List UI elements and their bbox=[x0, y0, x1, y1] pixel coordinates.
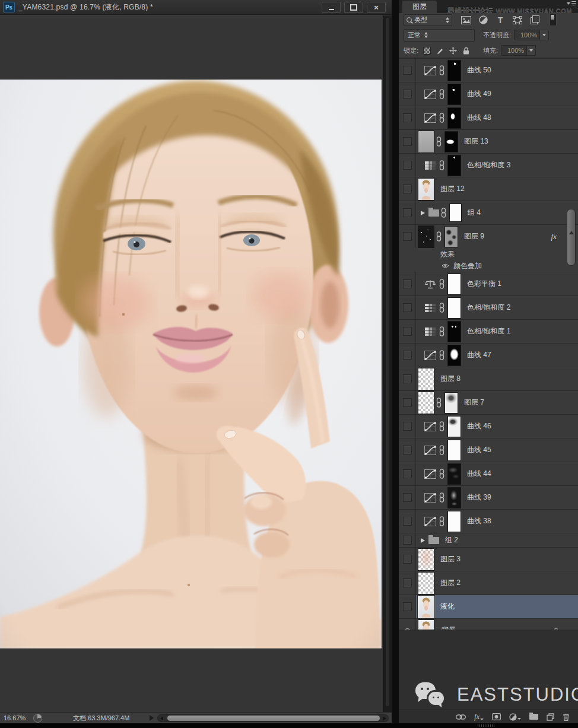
layer-visibility-cell[interactable] bbox=[399, 415, 416, 438]
layer-row-content[interactable]: 液化 bbox=[416, 595, 578, 618]
layer-thumbnail[interactable] bbox=[418, 131, 434, 153]
layer-row[interactable]: 曲线 45 bbox=[399, 438, 578, 462]
layer-mask-thumbnail[interactable] bbox=[447, 345, 461, 366]
visibility-checkbox[interactable] bbox=[403, 422, 412, 431]
layer-visibility-cell[interactable] bbox=[399, 595, 416, 618]
adjustment-filter-icon[interactable] bbox=[478, 15, 488, 25]
layer-row[interactable]: 曲线 39 bbox=[399, 486, 578, 509]
layer-row-content[interactable]: 图层 7 bbox=[416, 391, 578, 414]
layer-row[interactable]: 图层 12 bbox=[399, 177, 578, 201]
layer-row[interactable]: 色彩平衡 1 bbox=[399, 272, 578, 295]
minimize-button[interactable] bbox=[322, 2, 341, 13]
layer-row-content[interactable]: 曲线 39 bbox=[416, 486, 578, 509]
visibility-checkbox[interactable] bbox=[403, 517, 412, 526]
layer-visibility-cell[interactable] bbox=[399, 130, 416, 153]
curves-icon[interactable] bbox=[424, 66, 436, 75]
delete-layer-icon[interactable] bbox=[563, 713, 570, 721]
layer-row[interactable]: 图层 3 bbox=[399, 548, 578, 571]
visibility-checkbox[interactable] bbox=[403, 469, 412, 478]
layer-visibility-cell[interactable] bbox=[399, 201, 416, 224]
window-titlebar[interactable]: Ps _YAM6321.psd @ 16.7% (液化, RGB/8) * × bbox=[0, 0, 392, 15]
group-expand-arrow-icon[interactable] bbox=[421, 211, 425, 215]
layer-visibility-cell[interactable] bbox=[399, 344, 416, 367]
layer-visibility-cell[interactable] bbox=[399, 225, 416, 248]
layer-style-icon[interactable]: fx bbox=[474, 713, 484, 721]
visibility-checkbox[interactable] bbox=[403, 374, 412, 383]
visibility-checkbox[interactable] bbox=[403, 327, 412, 336]
layer-visibility-cell[interactable] bbox=[399, 106, 416, 129]
opacity-field[interactable]: 100% bbox=[514, 30, 540, 40]
layer-row-content[interactable]: 曲线 38 bbox=[416, 510, 578, 533]
layer-thumbnail[interactable] bbox=[418, 368, 434, 390]
blend-mode-dropdown[interactable]: 正常 bbox=[404, 29, 475, 42]
canvas-vertical-scrollbar[interactable] bbox=[383, 15, 392, 713]
layer-mask-thumbnail[interactable] bbox=[444, 131, 458, 152]
layer-mask-thumbnail[interactable] bbox=[447, 487, 461, 508]
layer-row[interactable]: 曲线 46 bbox=[399, 415, 578, 438]
layer-thumbnail[interactable] bbox=[418, 572, 434, 595]
panel-menu-icon[interactable] bbox=[567, 1, 576, 7]
layer-row[interactable]: 曲线 38 bbox=[399, 510, 578, 533]
curves-icon[interactable] bbox=[424, 422, 436, 431]
canvas-horizontal-scrollbar[interactable] bbox=[157, 714, 389, 722]
visibility-checkbox[interactable] bbox=[403, 185, 412, 193]
layer-thumbnail[interactable] bbox=[418, 548, 434, 571]
smartobject-filter-icon[interactable] bbox=[529, 15, 540, 25]
layer-row[interactable]: 色相/饱和度 1 bbox=[399, 320, 578, 343]
mask-link-chain-icon[interactable] bbox=[436, 231, 442, 241]
mask-link-chain-icon[interactable] bbox=[441, 208, 446, 218]
status-flyout-arrow-icon[interactable] bbox=[150, 715, 154, 721]
layer-mask-thumbnail[interactable] bbox=[447, 297, 461, 319]
layer-row-content[interactable]: 色相/饱和度 2 bbox=[416, 296, 578, 319]
mask-link-chain-icon[interactable] bbox=[439, 469, 444, 479]
lock-all-icon[interactable] bbox=[462, 47, 470, 55]
layer-row-content[interactable]: 图层 8 bbox=[416, 367, 578, 390]
mask-link-chain-icon[interactable] bbox=[439, 160, 444, 170]
photo-canvas[interactable] bbox=[0, 80, 382, 648]
mask-link-chain-icon[interactable] bbox=[439, 516, 444, 526]
visibility-checkbox[interactable] bbox=[403, 232, 412, 241]
layer-mask-thumbnail[interactable] bbox=[447, 107, 461, 129]
canvas-vertical-scrollbar-thumb[interactable] bbox=[386, 18, 389, 706]
layer-visibility-cell[interactable] bbox=[399, 59, 416, 82]
layer-mask-thumbnail[interactable] bbox=[447, 84, 461, 105]
layer-row-content[interactable]: 曲线 49 bbox=[416, 82, 578, 106]
mask-link-chain-icon[interactable] bbox=[439, 279, 444, 289]
layer-visibility-cell[interactable] bbox=[399, 510, 416, 533]
layer-row-content[interactable]: 图层 2 bbox=[416, 571, 578, 595]
filter-type-dropdown[interactable]: 类型 bbox=[404, 14, 452, 26]
canvas-area[interactable] bbox=[0, 15, 392, 712]
opacity-dropdown-button[interactable] bbox=[540, 30, 549, 40]
layer-thumbnail[interactable] bbox=[418, 392, 434, 414]
visibility-checkbox[interactable] bbox=[403, 208, 412, 217]
mask-link-chain-icon[interactable] bbox=[439, 445, 444, 455]
curves-icon[interactable] bbox=[424, 493, 436, 503]
layer-visibility-cell[interactable] bbox=[399, 486, 416, 509]
layer-visibility-cell[interactable] bbox=[399, 462, 416, 485]
layer-visibility-cell[interactable] bbox=[399, 272, 416, 295]
layer-row[interactable]: 图层 13 bbox=[399, 130, 578, 153]
layer-row-content[interactable]: 图层 3 bbox=[416, 548, 578, 571]
visibility-checkbox[interactable] bbox=[403, 493, 412, 502]
maximize-button[interactable] bbox=[344, 2, 363, 13]
visibility-checkbox[interactable] bbox=[403, 161, 412, 170]
mask-link-chain-icon[interactable] bbox=[439, 65, 444, 75]
curves-icon[interactable] bbox=[424, 113, 436, 123]
panel-scrollbar-thumb[interactable] bbox=[567, 209, 576, 266]
fill-field[interactable]: 100% bbox=[501, 45, 527, 56]
layer-row[interactable]: 图层 8 bbox=[399, 367, 578, 390]
curves-icon[interactable] bbox=[424, 469, 436, 479]
layer-visibility-cell[interactable] bbox=[399, 391, 416, 414]
scroll-right-arrow-icon[interactable] bbox=[383, 717, 386, 720]
visibility-checkbox[interactable] bbox=[403, 303, 412, 312]
new-group-icon[interactable] bbox=[529, 714, 538, 720]
link-layers-icon[interactable] bbox=[456, 714, 466, 720]
layer-row[interactable]: 色相/饱和度 2 bbox=[399, 296, 578, 319]
layer-row-content[interactable]: 图层 9fx bbox=[416, 225, 578, 248]
mask-link-chain-icon[interactable] bbox=[439, 113, 444, 123]
layer-mask-thumbnail[interactable] bbox=[447, 416, 461, 437]
visibility-checkbox[interactable] bbox=[403, 66, 412, 75]
type-filter-icon[interactable]: T bbox=[495, 15, 506, 25]
layer-mask-thumbnail[interactable] bbox=[447, 274, 461, 295]
filter-toggle-switch[interactable] bbox=[550, 14, 557, 26]
